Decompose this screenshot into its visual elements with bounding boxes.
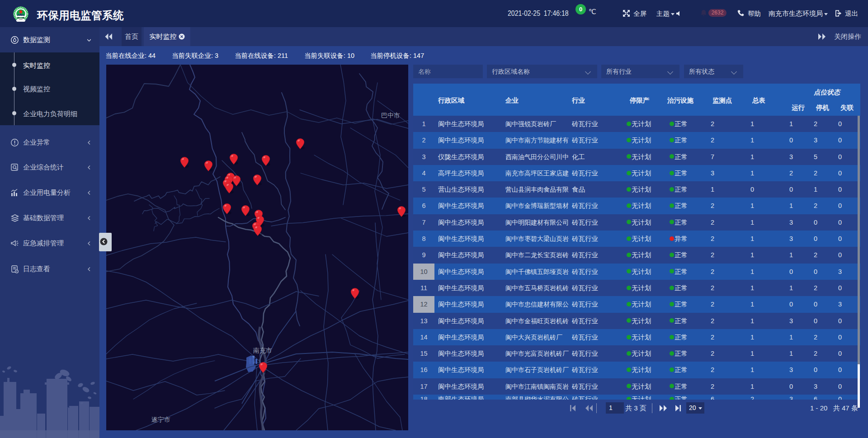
- svg-text:巴中市: 巴中市: [381, 112, 400, 119]
- svg-text:南充市: 南充市: [253, 347, 272, 354]
- svg-text:遂宁市: 遂宁市: [151, 416, 170, 423]
